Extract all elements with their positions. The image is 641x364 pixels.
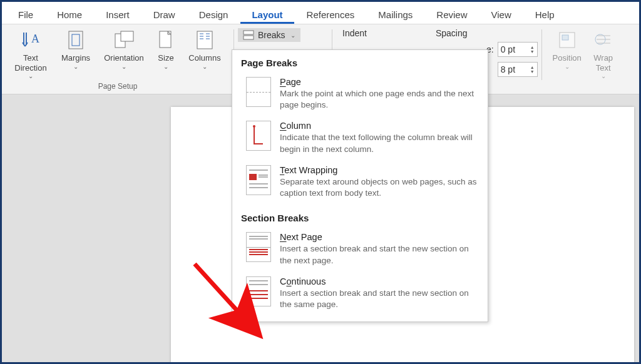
chevron-down-icon: ⌄ [565,63,570,71]
breaks-label: Breaks [258,30,285,40]
chevron-down-icon: ⌄ [601,73,606,80]
svg-rect-2 [72,34,79,46]
chevron-down-icon: ⌄ [73,63,78,71]
next-page-break-icon [246,232,271,262]
spacing-before-value: 0 pt [501,44,515,54]
margins-button[interactable]: Margins ⌄ [53,27,98,72]
tab-review[interactable]: Review [425,6,478,24]
break-item-column[interactable]: Column Indicate that the text following … [232,117,488,161]
size-button[interactable]: Size ⌄ [150,27,182,72]
svg-point-18 [253,125,255,128]
svg-rect-4 [121,31,133,41]
spacing-controls: e: 0 pt ▲▼ e: 8 pt ▲▼ [486,27,538,91]
wrap-text-icon [593,29,614,51]
separator [541,29,542,80]
break-item-text-wrapping-desc: Separate text around objects on web page… [280,176,479,199]
chevron-down-icon: ⌄ [202,63,207,71]
position-button[interactable]: Position ⌄ [548,27,586,72]
group-page-setup: A Text Direction ⌄ Margins ⌄ Orientation… [6,27,230,92]
breaks-group-page: Page Breaks [232,50,488,73]
continuous-break-icon [246,276,271,306]
tab-view[interactable]: View [480,6,523,24]
svg-rect-17 [562,35,568,40]
tab-references[interactable]: References [295,6,366,24]
svg-text:A: A [31,33,39,45]
position-label: Position [553,53,582,63]
break-item-text-wrapping[interactable]: Text Wrapping Separate text around objec… [232,161,488,205]
tab-layout[interactable]: Layout [240,6,294,24]
spacing-label: Spacing [436,28,468,38]
margins-icon [65,29,86,51]
break-item-next-page-desc: Insert a section break and start the new… [280,243,479,266]
columns-icon [194,29,215,51]
break-item-continuous[interactable]: Continuous Insert a section break and st… [232,273,488,316]
chevron-down-icon: ⌄ [28,73,33,80]
break-item-page[interactable]: Page Mark the point at which one page en… [232,73,488,117]
breaks-icon [243,30,254,40]
spinner-arrows-icon: ▲▼ [530,65,535,74]
svg-rect-1 [69,31,83,49]
tab-design[interactable]: Design [188,6,240,24]
spinner-arrows-icon: ▲▼ [530,45,535,54]
tab-help[interactable]: Help [524,6,566,24]
break-item-column-desc: Indicate that the text following the col… [280,132,479,154]
spacing-before-input[interactable]: 0 pt ▲▼ [498,42,538,57]
break-item-next-page[interactable]: Next Page Insert a section break and sta… [232,228,488,272]
tab-file[interactable]: File [7,6,44,24]
chevron-down-icon: ⌄ [163,63,168,71]
svg-rect-13 [244,31,254,34]
text-direction-label: Text Direction [12,53,49,73]
text-wrapping-break-icon [246,165,271,195]
tab-mailings[interactable]: Mailings [367,6,424,24]
svg-rect-14 [244,36,254,39]
orientation-icon [113,29,135,51]
spacing-after-input[interactable]: 8 pt ▲▼ [498,62,538,77]
breaks-button[interactable]: Breaks ⌄ [238,28,300,42]
break-item-continuous-desc: Insert a section break and start the new… [280,288,479,310]
column-break-icon [246,121,271,151]
orientation-button[interactable]: Orientation ⌄ [98,27,150,72]
columns-label: Columns [188,53,220,63]
svg-rect-6 [197,31,212,49]
chevron-down-icon: ⌄ [290,32,295,39]
breaks-group-section: Section Breaks [232,205,488,228]
tab-draw[interactable]: Draw [142,6,187,24]
page-break-icon [246,77,271,107]
menubar: File Home Insert Draw Design Layout Refe… [2,2,639,24]
tab-insert[interactable]: Insert [95,6,141,24]
orientation-label: Orientation [104,53,144,63]
text-direction-button[interactable]: A Text Direction ⌄ [8,27,53,81]
tab-home[interactable]: Home [46,6,93,24]
text-direction-icon: A [20,29,41,51]
margins-label: Margins [61,53,90,63]
chevron-down-icon: ⌄ [121,63,126,71]
size-icon [155,29,177,51]
group-arrange: Position ⌄ Wrap Text ⌄ [546,27,623,92]
spacing-after-value: 8 pt [501,64,515,74]
breaks-dropdown: Page Breaks Page Mark the point at which… [232,49,488,322]
group-label-page-setup: Page Setup [98,82,138,92]
wrap-text-button[interactable]: Wrap Text ⌄ [586,27,621,81]
position-icon [556,29,578,51]
size-label: Size [158,53,173,63]
columns-button[interactable]: Columns ⌄ [182,27,227,72]
break-item-page-desc: Mark the point at which one page ends an… [280,88,479,111]
wrap-text-label: Wrap Text [590,53,617,73]
indent-label: Indent [342,28,367,38]
